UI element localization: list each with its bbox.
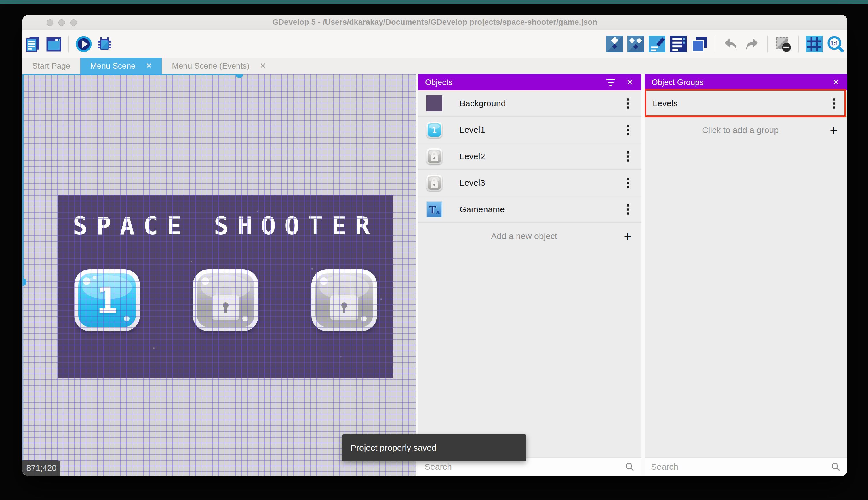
star-dot — [340, 356, 342, 357]
row-menu-icon[interactable] — [627, 182, 629, 184]
plus-icon[interactable]: + — [830, 122, 837, 138]
objects-panel-empty — [418, 249, 641, 457]
tab-menu-scene-events[interactable]: Menu Scene (Events) ✕ — [162, 58, 276, 74]
toolbar-separator — [715, 36, 715, 53]
instances-list-icon[interactable] — [670, 36, 687, 53]
row-menu-icon[interactable] — [627, 129, 629, 131]
tab-label: Start Page — [32, 61, 70, 70]
object-row-level2[interactable]: Level2 — [418, 144, 641, 170]
debug-icon[interactable] — [96, 36, 113, 53]
horizontal-scroll-indicator[interactable] — [22, 74, 239, 75]
tabbar: Start Page Menu Scene ✕ Menu Scene (Even… — [22, 58, 847, 74]
object-groups-panel-header: Object Groups ✕ — [645, 74, 847, 90]
objects-panel: Objects ✕ Background 1 Level1 — [418, 74, 641, 476]
scene-editor-icon[interactable] — [46, 36, 62, 53]
lock-icon — [212, 281, 239, 320]
objects-search-input[interactable] — [424, 462, 621, 472]
toolbar: 1:1 — [22, 30, 847, 58]
gloss-bubble — [242, 316, 248, 321]
panel-divider[interactable] — [641, 74, 645, 476]
gloss-bubble — [361, 316, 367, 321]
toggle-grid-icon[interactable] — [806, 36, 822, 53]
main-area: SPACE SHOOTER 1 — [22, 74, 847, 476]
preview-play-icon[interactable] — [75, 36, 92, 53]
objects-panel-header: Objects ✕ — [418, 74, 641, 90]
object-groups-panel: Object Groups ✕ Levels Click to add a gr… — [645, 74, 847, 476]
add-group-row[interactable]: Click to add a group + — [645, 117, 847, 144]
tab-menu-scene[interactable]: Menu Scene ✕ — [80, 58, 162, 74]
zoom-label: 1:1 — [831, 40, 838, 46]
scene-canvas[interactable]: SPACE SHOOTER 1 — [22, 74, 416, 476]
objects-panel-title: Objects — [425, 78, 606, 87]
object-row-background[interactable]: Background — [418, 90, 641, 117]
lock-icon — [330, 281, 358, 320]
layers-panel-icon[interactable] — [691, 36, 708, 53]
tab-start-page[interactable]: Start Page — [22, 58, 80, 74]
object-groups-panel-icon[interactable] — [627, 36, 644, 53]
search-icon[interactable] — [831, 462, 841, 472]
lock-object-icon — [426, 175, 442, 191]
desktop-background — [0, 0, 868, 4]
level3-locked-sprite[interactable] — [312, 269, 377, 331]
objects-panel-icon[interactable] — [606, 36, 623, 53]
search-icon[interactable] — [624, 462, 635, 472]
horizontal-scroll-handle[interactable] — [235, 74, 243, 78]
window-title: GDevelop 5 - /Users/dkarakay/Documents/G… — [272, 18, 597, 27]
level1-button-sprite[interactable]: 1 — [74, 269, 140, 331]
group-row-levels[interactable]: Levels — [645, 90, 847, 117]
gloss-bubble — [83, 277, 90, 285]
row-menu-icon[interactable] — [833, 102, 835, 104]
gloss-bubble — [201, 277, 209, 285]
game-title-text[interactable]: SPACE SHOOTER — [58, 212, 393, 240]
star-dot — [190, 261, 192, 262]
row-menu-icon[interactable] — [627, 208, 629, 211]
object-row-level3[interactable]: Level3 — [418, 170, 641, 196]
vertical-scroll-handle[interactable] — [22, 278, 26, 286]
object-row-gamename[interactable]: Tx Gamename — [418, 196, 641, 223]
groups-search-bar — [645, 457, 847, 476]
zoom-1-1-icon[interactable]: 1:1 — [827, 36, 844, 53]
star-dot — [380, 298, 382, 300]
plus-icon[interactable]: + — [624, 228, 631, 244]
level2-locked-sprite[interactable] — [193, 269, 258, 331]
toolbar-separator — [798, 36, 799, 53]
level1-digit: 1 — [96, 280, 118, 321]
gloss-bubble — [124, 316, 129, 321]
game-scene-background[interactable]: SPACE SHOOTER 1 — [58, 195, 393, 378]
object-groups-panel-empty — [645, 144, 847, 457]
cursor-coordinates-badge: 871;420 — [22, 460, 60, 476]
close-tab-icon[interactable]: ✕ — [260, 61, 266, 70]
lock-object-icon — [426, 148, 442, 164]
vertical-scroll-indicator[interactable] — [22, 74, 24, 282]
panel-divider[interactable] — [416, 74, 418, 476]
gloss-bubble — [93, 276, 96, 280]
redo-icon[interactable] — [744, 36, 760, 53]
text-object-icon: Tx — [426, 201, 442, 217]
gdevelop-window: GDevelop 5 - /Users/dkarakay/Documents/G… — [22, 15, 847, 476]
close-panel-icon[interactable]: ✕ — [831, 78, 840, 87]
properties-panel-icon[interactable] — [649, 36, 665, 53]
toast-message: Project properly saved — [351, 443, 436, 453]
close-panel-icon[interactable]: ✕ — [625, 78, 634, 87]
close-window-button[interactable] — [47, 19, 53, 26]
star-dot — [153, 347, 154, 349]
toggle-mask-icon[interactable] — [775, 36, 791, 53]
minimize-window-button[interactable] — [58, 19, 65, 26]
undo-icon[interactable] — [723, 36, 739, 53]
star-dot — [312, 268, 313, 270]
project-manager-icon[interactable] — [25, 36, 42, 53]
groups-search-input[interactable] — [651, 462, 827, 472]
add-object-row[interactable]: Add a new object + — [418, 223, 641, 249]
object-row-level1[interactable]: 1 Level1 — [418, 117, 641, 144]
filter-icon[interactable] — [606, 79, 615, 86]
zoom-window-button[interactable] — [70, 19, 77, 26]
save-toast: Project properly saved — [342, 434, 526, 462]
close-tab-icon[interactable]: ✕ — [146, 61, 152, 70]
object-groups-panel-title: Object Groups — [652, 78, 831, 87]
row-menu-icon[interactable] — [627, 102, 629, 104]
toolbar-separator — [767, 36, 768, 53]
row-menu-icon[interactable] — [627, 155, 629, 158]
tab-label: Menu Scene — [90, 61, 135, 70]
traffic-lights — [47, 19, 77, 26]
gloss-bubble — [320, 277, 328, 285]
